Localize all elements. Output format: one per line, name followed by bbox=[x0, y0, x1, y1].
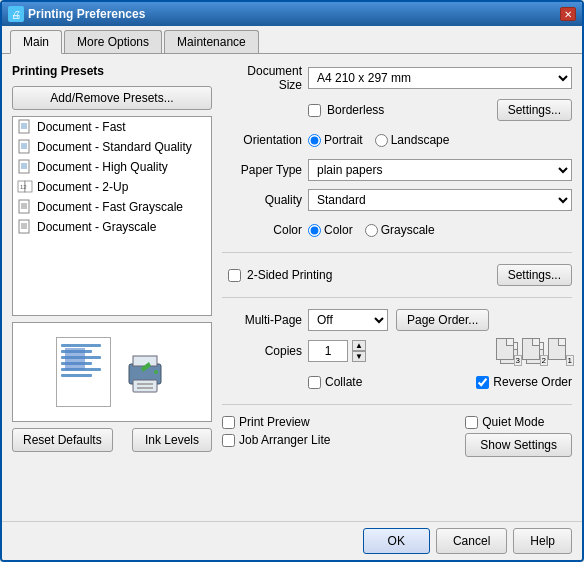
printer-title-icon: 🖨 bbox=[8, 6, 24, 22]
svg-point-28 bbox=[154, 370, 158, 374]
copy-icon-1: 1 bbox=[548, 338, 572, 364]
title-bar: 🖨 Printing Preferences ✕ bbox=[2, 2, 582, 26]
doc-lines-area bbox=[57, 338, 110, 381]
two-sided-row: 2-Sided Printing Settings... bbox=[222, 263, 572, 287]
color-radio[interactable] bbox=[308, 224, 321, 237]
divider-1 bbox=[222, 252, 572, 253]
multi-page-label: Multi-Page bbox=[222, 313, 302, 327]
quiet-mode-row: Quiet Mode bbox=[465, 415, 544, 429]
color-options: Color Grayscale bbox=[308, 223, 572, 237]
list-item[interactable]: Document - Fast bbox=[13, 117, 211, 137]
orientation-label: Orientation bbox=[222, 133, 302, 147]
ink-levels-button[interactable]: Ink Levels bbox=[132, 428, 212, 452]
list-item[interactable]: Document - Grayscale bbox=[13, 217, 211, 237]
right-checkboxes: Quiet Mode Show Settings bbox=[465, 415, 572, 457]
copies-label: Copies bbox=[222, 344, 302, 358]
color-option[interactable]: Color bbox=[308, 223, 353, 237]
grayscale-radio[interactable] bbox=[365, 224, 378, 237]
svg-text:12: 12 bbox=[20, 184, 27, 190]
copy-doc bbox=[522, 338, 540, 360]
tab-main[interactable]: Main bbox=[10, 30, 62, 54]
tab-bar: Main More Options Maintenance bbox=[2, 26, 582, 54]
copy-doc bbox=[548, 338, 566, 360]
portrait-radio[interactable] bbox=[308, 134, 321, 147]
copy-count-1: 1 bbox=[566, 355, 574, 366]
quality-select-container: Standard bbox=[308, 189, 572, 211]
window: 🖨 Printing Preferences ✕ Main More Optio… bbox=[0, 0, 584, 562]
two-sided-checkbox[interactable] bbox=[228, 269, 241, 282]
tab-more-options[interactable]: More Options bbox=[64, 30, 162, 53]
borderless-settings-button[interactable]: Settings... bbox=[497, 99, 572, 121]
borderless-label: Borderless bbox=[327, 103, 384, 117]
svg-rect-26 bbox=[137, 383, 153, 385]
document-size-label: Document Size bbox=[222, 64, 302, 92]
reverse-order-checkbox[interactable] bbox=[476, 376, 489, 389]
doc-2up-icon: 12 bbox=[17, 179, 33, 195]
add-remove-presets-button[interactable]: Add/Remove Presets... bbox=[12, 86, 212, 110]
collate-label: Collate bbox=[325, 375, 362, 389]
tab-maintenance[interactable]: Maintenance bbox=[164, 30, 259, 53]
doc-grayscale-icon bbox=[17, 219, 33, 235]
orientation-row: Orientation Portrait Landscape bbox=[222, 128, 572, 152]
reverse-order-label: Reverse Order bbox=[493, 375, 572, 389]
reset-defaults-button[interactable]: Reset Defaults bbox=[12, 428, 113, 452]
list-item[interactable]: Document - Fast Grayscale bbox=[13, 197, 211, 217]
right-panel: Document Size A4 210 x 297 mm Borderless… bbox=[222, 64, 572, 511]
two-sided-settings-button[interactable]: Settings... bbox=[497, 264, 572, 286]
bottom-checkboxes: Print Preview Job Arranger Lite bbox=[222, 415, 465, 447]
show-settings-button[interactable]: Show Settings bbox=[465, 433, 572, 457]
document-thumbnail bbox=[56, 337, 111, 407]
doc-icon bbox=[17, 159, 33, 175]
cancel-button[interactable]: Cancel bbox=[436, 528, 507, 554]
copies-down-button[interactable]: ▼ bbox=[352, 351, 366, 362]
printer-preview-icon bbox=[121, 348, 169, 396]
print-preview-checkbox[interactable] bbox=[222, 416, 235, 429]
copy-doc bbox=[496, 338, 514, 360]
landscape-radio[interactable] bbox=[375, 134, 388, 147]
multi-page-select[interactable]: Off bbox=[308, 309, 388, 331]
color-row: Color Color Grayscale bbox=[222, 218, 572, 242]
doc-icon bbox=[17, 119, 33, 135]
list-item[interactable]: Document - High Quality bbox=[13, 157, 211, 177]
collate-row: Collate Reverse Order bbox=[222, 370, 572, 394]
borderless-checkbox[interactable] bbox=[308, 104, 321, 117]
quality-label: Quality bbox=[222, 193, 302, 207]
divider-3 bbox=[222, 404, 572, 405]
landscape-option[interactable]: Landscape bbox=[375, 133, 450, 147]
document-size-select[interactable]: A4 210 x 297 mm bbox=[308, 67, 572, 89]
presets-list: Document - Fast Document - Standard Qual… bbox=[12, 116, 212, 316]
copies-input[interactable] bbox=[308, 340, 348, 362]
grayscale-option[interactable]: Grayscale bbox=[365, 223, 435, 237]
footer: OK Cancel Help bbox=[2, 521, 582, 560]
doc-gray-icon bbox=[17, 199, 33, 215]
collate-group: Collate bbox=[308, 375, 470, 389]
list-item[interactable]: 12 Document - 2-Up bbox=[13, 177, 211, 197]
copies-up-button[interactable]: ▲ bbox=[352, 340, 366, 351]
ok-button[interactable]: OK bbox=[363, 528, 430, 554]
job-arranger-label: Job Arranger Lite bbox=[239, 433, 330, 447]
document-preview bbox=[12, 322, 212, 422]
quiet-mode-label: Quiet Mode bbox=[482, 415, 544, 429]
window-title: Printing Preferences bbox=[28, 7, 145, 21]
quality-select[interactable]: Standard bbox=[308, 189, 572, 211]
borderless-row: Borderless Settings... bbox=[222, 98, 572, 122]
paper-type-select[interactable]: plain papers bbox=[308, 159, 572, 181]
document-size-row: Document Size A4 210 x 297 mm bbox=[222, 64, 572, 92]
print-preview-row: Print Preview bbox=[222, 415, 465, 429]
collate-checkbox[interactable] bbox=[308, 376, 321, 389]
svg-rect-27 bbox=[137, 387, 153, 389]
document-size-select-container: A4 210 x 297 mm bbox=[308, 67, 572, 89]
page-order-button[interactable]: Page Order... bbox=[396, 309, 489, 331]
portrait-option[interactable]: Portrait bbox=[308, 133, 363, 147]
job-arranger-checkbox[interactable] bbox=[222, 434, 235, 447]
copies-row: Copies ▲ ▼ 3 bbox=[222, 338, 572, 364]
help-button[interactable]: Help bbox=[513, 528, 572, 554]
list-item[interactable]: Document - Standard Quality bbox=[13, 137, 211, 157]
paper-type-label: Paper Type bbox=[222, 163, 302, 177]
quiet-mode-checkbox[interactable] bbox=[465, 416, 478, 429]
svg-rect-25 bbox=[133, 380, 157, 392]
two-sided-label: 2-Sided Printing bbox=[247, 268, 491, 282]
copy-count-2: 2 bbox=[540, 355, 548, 366]
copies-spinner: ▲ ▼ bbox=[352, 340, 366, 362]
close-button[interactable]: ✕ bbox=[560, 7, 576, 21]
